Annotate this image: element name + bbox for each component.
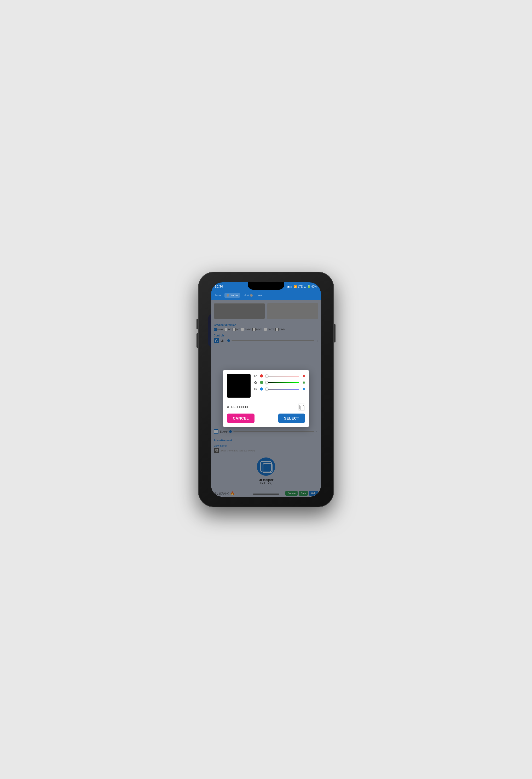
tab-color1-label: 000000 [230, 294, 238, 297]
b-thumb[interactable] [265, 387, 268, 391]
dialog-buttons: CANCEL SELECT [227, 414, 305, 423]
r-thumb[interactable] [265, 374, 268, 377]
notch [248, 282, 284, 290]
copy-button[interactable] [298, 404, 305, 410]
b-value: 0 [301, 387, 305, 391]
r-dot [260, 374, 263, 377]
notification-icon: ▣ [287, 285, 289, 288]
tab-color2[interactable]: color1 [241, 293, 255, 298]
status-time: 20:34 [215, 285, 223, 288]
b-label: B [254, 387, 258, 391]
color-preview-square [227, 374, 251, 398]
r-slider[interactable] [265, 376, 299, 376]
palette2-icon [250, 294, 253, 297]
tab-color3[interactable]: ### [256, 293, 264, 298]
lte-label: LTE [298, 285, 303, 288]
phone-screen: 20:34 ▣ ▷ 📶 LTE ▲ 🔋 60% home 000000 colo… [211, 282, 321, 497]
rgb-row-r: R 0 [254, 374, 305, 378]
tab-color2-label: color1 [243, 294, 250, 297]
cancel-button[interactable]: CANCEL [227, 414, 255, 423]
wifi-icon: ▲ [304, 285, 306, 288]
select-button[interactable]: SELECT [278, 414, 305, 423]
battery-percent: 60% [312, 285, 317, 288]
tab-home-label: home [215, 294, 221, 297]
hex-row: # FF000000 [227, 401, 305, 410]
tab-home[interactable]: home [213, 293, 223, 298]
rgb-sliders: R 0 G [254, 374, 305, 394]
tab-color3-label: ### [258, 294, 262, 297]
palette-icon [226, 294, 229, 297]
rgb-row-b: B 0 [254, 387, 305, 391]
screen-content: Gradient direction ✓ None T-B B-T [211, 300, 321, 497]
hex-symbol: # [227, 405, 229, 409]
color-picker-dialog: R 0 G [223, 370, 309, 427]
rgb-row-g: G 0 [254, 380, 305, 384]
g-label: G [254, 380, 258, 384]
dialog-top: R 0 G [227, 374, 305, 398]
g-thumb[interactable] [265, 381, 268, 384]
g-value: 0 [301, 380, 305, 384]
b-slider[interactable] [265, 389, 299, 390]
volume-down-button[interactable] [197, 333, 198, 348]
volume-up-button[interactable] [197, 319, 198, 329]
dialog-overlay[interactable]: R 0 G [211, 300, 321, 497]
status-icons: ▣ ▷ 📶 LTE ▲ 🔋 60% [287, 285, 317, 288]
r-label: R [254, 374, 258, 378]
g-slider[interactable] [265, 382, 299, 383]
g-dot [260, 381, 263, 384]
power-button[interactable] [334, 324, 335, 343]
b-dot [260, 387, 263, 391]
battery-icon: 🔋 [307, 285, 311, 288]
phone-device: 20:34 ▣ ▷ 📶 LTE ▲ 🔋 60% home 000000 colo… [198, 272, 334, 507]
play-icon: ▷ [290, 285, 293, 288]
signal-icon: 📶 [294, 285, 297, 288]
r-value: 0 [301, 374, 305, 378]
tab-color1[interactable]: 000000 [224, 293, 240, 298]
tabs-bar: home 000000 color1 ### [211, 291, 321, 300]
hex-value: FF000000 [231, 405, 296, 409]
